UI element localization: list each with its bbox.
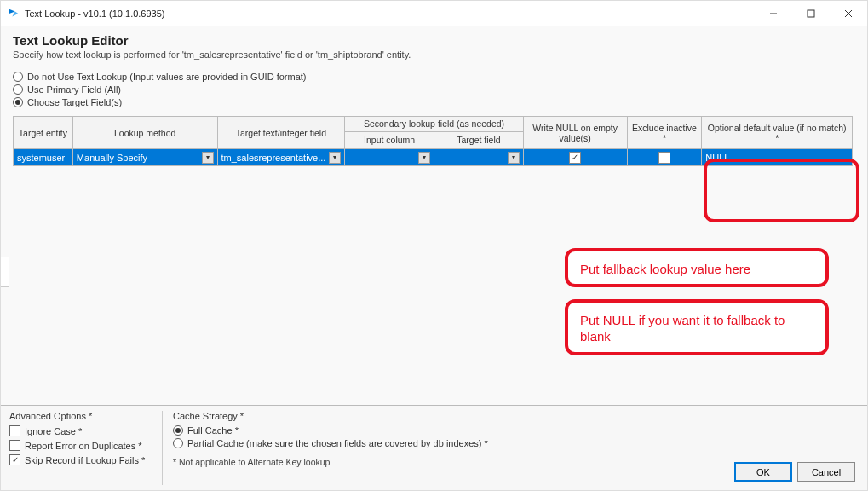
- col-target-entity: Target entity: [14, 117, 73, 149]
- radio-partial-cache[interactable]: Partial Cache (make sure the chosen fiel…: [173, 438, 859, 448]
- col-target-field-sub: Target field: [434, 132, 523, 148]
- chevron-down-icon[interactable]: ▾: [202, 152, 214, 164]
- col-input-column: Input column: [345, 132, 434, 148]
- checkbox-icon: [9, 425, 20, 436]
- checkbox-icon[interactable]: ✓: [569, 152, 581, 164]
- cache-strategy-section: Cache Strategy * Full Cache * Partial Ca…: [163, 411, 859, 485]
- radio-icon: [173, 425, 183, 436]
- minimize-button[interactable]: [755, 1, 792, 26]
- annotation-highlight-default-column: [704, 159, 859, 222]
- cell-write-null[interactable]: ✓: [524, 149, 628, 165]
- radio-full-cache[interactable]: Full Cache *: [173, 425, 859, 436]
- radio-icon: [173, 438, 183, 448]
- checkbox-skip-record[interactable]: ✓ Skip Record if Lookup Fails *: [9, 454, 155, 465]
- annotation-null-fallback: Put NULL if you want it to fallback to b…: [565, 299, 829, 355]
- col-write-null: Write NULL on empty value(s): [524, 117, 628, 149]
- col-secondary-label: Secondary lookup field (as needed): [345, 117, 523, 132]
- cell-target-field-sub[interactable]: ▾: [434, 149, 524, 165]
- radio-icon: [13, 72, 23, 82]
- chevron-down-icon[interactable]: ▾: [329, 152, 341, 164]
- close-button[interactable]: [830, 1, 867, 26]
- radio-choose-target-fields[interactable]: Choose Target Field(s): [13, 97, 855, 107]
- checkbox-icon: [9, 440, 20, 451]
- advanced-options-label: Advanced Options *: [9, 411, 155, 421]
- bottom-panel: Advanced Options * Ignore Case * Report …: [1, 405, 867, 490]
- window-title: Text Lookup - v10.1 (10.1.0.6935): [25, 9, 165, 19]
- cell-input-column[interactable]: ▾: [345, 149, 434, 165]
- cancel-button[interactable]: Cancel: [797, 462, 855, 482]
- dialog-buttons: OK Cancel: [734, 462, 855, 482]
- left-edge-tab[interactable]: [1, 257, 9, 287]
- checkbox-report-duplicates[interactable]: Report Error on Duplicates *: [9, 440, 155, 451]
- radio-label: Use Primary Field (All): [27, 84, 121, 95]
- cache-strategy-label: Cache Strategy *: [173, 411, 859, 421]
- chevron-down-icon[interactable]: ▾: [508, 152, 520, 164]
- col-lookup-method: Lookup method: [73, 117, 218, 149]
- window-controls: [755, 1, 867, 26]
- chevron-down-icon[interactable]: ▾: [418, 152, 430, 164]
- radio-icon: [13, 97, 23, 107]
- col-secondary-group: Secondary lookup field (as needed) Input…: [345, 117, 524, 149]
- col-default-value: Optional default value (if no match) *: [702, 117, 852, 149]
- checkbox-icon[interactable]: [658, 152, 670, 164]
- cell-entity[interactable]: systemuser: [14, 149, 73, 165]
- checkbox-ignore-case[interactable]: Ignore Case *: [9, 425, 155, 436]
- lookup-mode-radios: Do not Use Text Lookup (Input values are…: [13, 72, 855, 107]
- radio-label: Choose Target Field(s): [27, 97, 122, 107]
- advanced-options-section: Advanced Options * Ignore Case * Report …: [9, 411, 163, 485]
- radio-use-primary-field[interactable]: Use Primary Field (All): [13, 84, 855, 95]
- radio-label: Do not Use Text Lookup (Input values are…: [27, 72, 307, 82]
- cell-exclude[interactable]: [628, 149, 703, 165]
- page-title: Text Lookup Editor: [13, 33, 855, 48]
- ok-button[interactable]: OK: [734, 462, 792, 482]
- radio-no-text-lookup[interactable]: Do not Use Text Lookup (Input values are…: [13, 72, 855, 82]
- cell-target[interactable]: tm_salesrepresentative... ▾: [218, 149, 346, 165]
- page-subtitle: Specify how text lookup is performed for…: [13, 49, 855, 60]
- col-exclude-inactive: Exclude inactive *: [628, 117, 703, 149]
- svg-rect-1: [808, 10, 814, 17]
- checkbox-icon: ✓: [9, 454, 20, 465]
- radio-icon: [13, 84, 23, 95]
- main-content: Text Lookup Editor Specify how text look…: [1, 26, 867, 405]
- col-target-field: Target text/integer field: [218, 117, 346, 149]
- maximize-button[interactable]: [792, 1, 830, 26]
- app-logo-icon: [8, 8, 20, 20]
- grid-header: Target entity Lookup method Target text/…: [14, 117, 852, 149]
- cell-method[interactable]: Manually Specify ▾: [73, 149, 218, 165]
- annotation-fallback-value: Put fallback lookup value here: [565, 248, 829, 287]
- titlebar: Text Lookup - v10.1 (10.1.0.6935): [1, 1, 867, 26]
